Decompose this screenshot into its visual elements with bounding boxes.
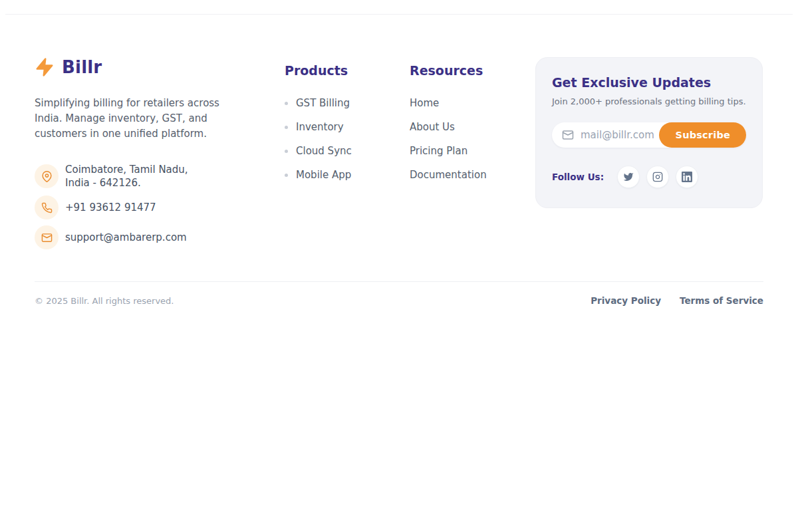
phone-icon	[35, 196, 59, 219]
bullet-dot-icon	[285, 174, 288, 177]
footer-products-column: Products GST Billing Inventory Cloud Syn…	[285, 63, 352, 192]
lightning-bolt-icon	[35, 56, 55, 78]
footer-resources-column: Resources Home About Us Pricing Plan Doc…	[410, 63, 487, 192]
follow-us-label: Follow Us:	[552, 172, 604, 182]
newsletter-email-input[interactable]	[574, 129, 659, 141]
copyright-text: © 2025 Billr. All rights reserved.	[35, 296, 174, 306]
phone-number: +91 93612 91477	[65, 201, 156, 214]
brand-tagline: Simplifying billing for retailers across…	[35, 96, 245, 142]
mail-icon	[562, 129, 574, 141]
bottom-bar: © 2025 Billr. All rights reserved. Priva…	[35, 295, 763, 306]
contact-email[interactable]: support@ambarerp.com	[35, 225, 271, 249]
privacy-policy-link[interactable]: Privacy Policy	[591, 295, 661, 306]
products-link-inventory[interactable]: Inventory	[285, 120, 352, 134]
terms-of-service-link[interactable]: Terms of Service	[680, 295, 763, 306]
resources-link-documentation[interactable]: Documentation	[410, 168, 487, 182]
products-column-title: Products	[285, 63, 352, 78]
top-divider	[5, 14, 793, 15]
newsletter-card: Get Exclusive Updates Join 2,000+ profes…	[535, 57, 763, 208]
address-line-2: India - 642126.	[65, 176, 188, 190]
bullet-dot-icon	[285, 150, 288, 153]
brand-name: Billr	[62, 57, 102, 77]
products-link-mobile-app[interactable]: Mobile App	[285, 168, 352, 182]
resources-column-title: Resources	[410, 63, 487, 78]
bullet-dot-icon	[285, 126, 288, 129]
subscribe-form: Subscribe	[552, 122, 746, 148]
newsletter-subtitle: Join 2,000+ professionals getting billin…	[552, 96, 746, 106]
brand-logo[interactable]: Billr	[35, 56, 271, 78]
bullet-dot-icon	[285, 102, 288, 105]
address-line-1: Coimbatore, Tamil Nadu,	[65, 163, 188, 176]
bottom-divider	[35, 281, 763, 282]
resources-link-home[interactable]: Home	[410, 96, 487, 110]
twitter-icon[interactable]	[617, 166, 640, 188]
contact-phone[interactable]: +91 93612 91477	[35, 196, 271, 219]
instagram-icon[interactable]	[646, 166, 669, 188]
products-link-cloud-sync[interactable]: Cloud Sync	[285, 144, 352, 158]
contact-address: Coimbatore, Tamil Nadu, India - 642126.	[35, 163, 271, 190]
page: Billr Simplifying billing for retailers …	[0, 0, 798, 532]
footer-brand-column: Billr Simplifying billing for retailers …	[35, 56, 271, 249]
email-address: support@ambarerp.com	[65, 231, 187, 244]
envelope-icon	[35, 225, 59, 249]
resources-link-pricing-plan[interactable]: Pricing Plan	[410, 144, 487, 158]
location-pin-icon	[35, 164, 59, 188]
follow-us-row: Follow Us:	[552, 166, 746, 188]
subscribe-button[interactable]: Subscribe	[659, 122, 746, 148]
contact-list: Coimbatore, Tamil Nadu, India - 642126. …	[35, 163, 271, 249]
linkedin-icon[interactable]	[676, 166, 698, 188]
resources-link-about-us[interactable]: About Us	[410, 120, 487, 134]
newsletter-title: Get Exclusive Updates	[552, 75, 746, 90]
products-link-gst-billing[interactable]: GST Billing	[285, 96, 352, 110]
